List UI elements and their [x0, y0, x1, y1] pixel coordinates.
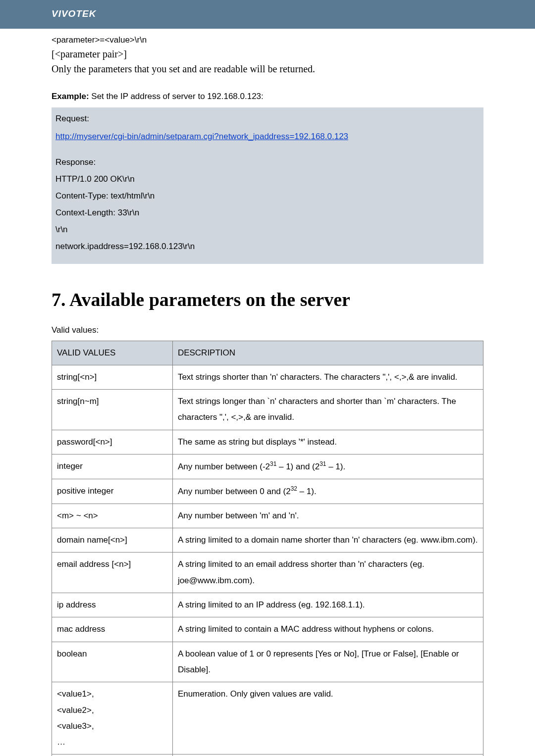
valid-caption: Valid values:	[52, 324, 483, 337]
response-line-1: Content-Type: text/html\r\n	[55, 188, 480, 204]
cell-valid: integer	[52, 454, 173, 479]
response-line-2: Context-Length: 33\r\n	[55, 204, 480, 221]
cell-valid: boolean	[52, 642, 173, 682]
cell-valid: password[<n>]	[52, 430, 173, 454]
response-line-0: HTTP/1.0 200 OK\r\n	[55, 171, 480, 188]
request-url-row: http://myserver/cgi-bin/admin/setparam.c…	[55, 128, 480, 145]
cell-desc: Any number between 'm' and 'n'.	[172, 504, 483, 528]
table-row: string[<n>] Text strings shorter than 'n…	[52, 365, 483, 389]
table-row: mac address A string limited to contain …	[52, 617, 483, 642]
table-row: boolean A boolean value of 1 or 0 repres…	[52, 642, 483, 682]
cell-valid: mac address	[52, 617, 173, 642]
request-url-link[interactable]: http://myserver/cgi-bin/admin/setparam.c…	[55, 132, 348, 141]
table-row: string[n~m] Text strings longer than `n'…	[52, 390, 483, 430]
table-header-row: VALID VALUES DESCRIPTION	[52, 341, 483, 365]
intro-line-1: <parameter>=<value>\r\n	[52, 34, 483, 47]
cell-valid: <m> ~ <n>	[52, 504, 173, 528]
cell-valid: domain name[<n>]	[52, 528, 173, 553]
section-heading: 7. Available parameters on the server	[52, 286, 483, 314]
intro-line-3: Only the parameters that you set and are…	[52, 61, 483, 76]
brand-label: VIVOTEK	[52, 7, 96, 21]
cell-valid: email address [<n>]	[52, 553, 173, 593]
cell-desc: The same as string but displays '*' inst…	[172, 430, 483, 454]
cell-valid: positive integer	[52, 479, 173, 504]
table-row: email address [<n>] A string limited to …	[52, 553, 483, 593]
cell-valid: ip address	[52, 593, 173, 617]
col-header-values: VALID VALUES	[52, 341, 173, 365]
cell-desc: Text strings shorter than 'n' characters…	[172, 365, 483, 389]
table-row: password[<n>] The same as string but dis…	[52, 430, 483, 454]
cell-valid: string[n~m]	[52, 390, 173, 430]
table-row: integer Any number between (-231 – 1) an…	[52, 454, 483, 479]
table-row: positive integer Any number between 0 an…	[52, 479, 483, 504]
col-header-description: DESCRIPTION	[172, 341, 483, 365]
table-row: <value1>, <value2>, <value3>, … Enumerat…	[52, 682, 483, 755]
content-area: <parameter>=<value>\r\n [<parameter pair…	[0, 29, 535, 756]
example-desc: Set the IP address of server to 192.168.…	[91, 92, 263, 101]
response-line-3: \r\n	[55, 221, 480, 238]
cell-desc: Any number between (-231 – 1) and (231 –…	[172, 454, 483, 479]
request-label: Request:	[55, 110, 480, 127]
valid-values-table: VALID VALUES DESCRIPTION string[<n>] Tex…	[52, 341, 483, 756]
cell-desc: A string limited to an email address sho…	[172, 553, 483, 593]
example-code-block: Request: http://myserver/cgi-bin/admin/s…	[52, 107, 483, 264]
cell-valid: string[<n>]	[52, 365, 173, 389]
intro-line-2: [<parameter pair>]	[52, 47, 483, 61]
table-row: <m> ~ <n> Any number between 'm' and 'n'…	[52, 504, 483, 528]
example-label: Example:	[52, 92, 89, 101]
cell-desc: Any number between 0 and (232 – 1).	[172, 479, 483, 504]
cell-desc: A boolean value of 1 or 0 represents [Ye…	[172, 642, 483, 682]
example-heading-row: Example: Set the IP address of server to…	[52, 90, 483, 103]
cell-desc: A string limited to an IP address (eg. 1…	[172, 593, 483, 617]
cell-desc: Text strings longer than `n' characters …	[172, 390, 483, 430]
cell-desc: Enumeration. Only given values are valid…	[172, 682, 483, 755]
response-label: Response:	[55, 154, 480, 171]
cell-desc: A string limited to a domain name shorte…	[172, 528, 483, 553]
table-row: domain name[<n>] A string limited to a d…	[52, 528, 483, 553]
response-line-4: network.ipaddress=192.168.0.123\r\n	[55, 238, 480, 255]
cell-valid: <value1>, <value2>, <value3>, …	[52, 682, 173, 755]
page-root: VIVOTEK <parameter>=<value>\r\n [<parame…	[0, 0, 535, 756]
cell-desc: A string limited to contain a MAC addres…	[172, 617, 483, 642]
header-band: VIVOTEK	[0, 0, 535, 28]
table-row: ip address A string limited to an IP add…	[52, 593, 483, 617]
